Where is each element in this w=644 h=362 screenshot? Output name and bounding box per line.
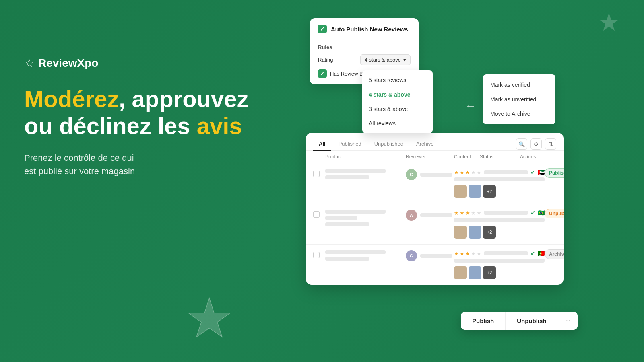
avatar-3: G <box>406 250 417 261</box>
dropdown-item-4stars[interactable]: 4 stars & above <box>362 87 433 102</box>
tab-published[interactable]: Published <box>333 138 367 151</box>
tab-archive[interactable]: Archive <box>411 138 439 151</box>
publish-button[interactable]: Publish <box>461 312 506 330</box>
star-1: ★ <box>454 210 459 216</box>
star-rating-2: ★ ★ ★ ★ ★ <box>454 210 481 216</box>
sort-icon[interactable]: ⇅ <box>545 138 556 150</box>
logo-icon: ☆ <box>24 56 34 70</box>
status-badge-1[interactable]: Publish <box>545 168 564 178</box>
verified-icon-2: ✔ <box>530 210 535 216</box>
product-cell-1 <box>325 169 406 179</box>
tab-actions: 🔍 ⚙ ⇅ <box>516 138 556 150</box>
col-content: Content <box>454 154 480 160</box>
content-text-skeleton <box>454 218 545 222</box>
context-mark-unverified[interactable]: Mark as unverified <box>483 92 555 107</box>
unpublish-button[interactable]: Unpublish <box>506 312 558 330</box>
rating-dropdown: 5 stars reviews 4 stars & above 3 stars … <box>362 70 433 133</box>
star-4: ★ <box>471 251 476 257</box>
has-review-checkbox[interactable] <box>318 69 327 78</box>
stars-row-3: ★ ★ ★ ★ ★ ✔ 🇵🇹 <box>454 250 545 257</box>
auto-publish-header: Auto Publish New Reviews <box>318 25 411 33</box>
star-2: ★ <box>460 169 464 175</box>
tabs-bar: All Published Unpublished Archive 🔍 ⚙ ⇅ <box>306 133 564 151</box>
auto-publish-title: Auto Publish New Reviews <box>331 26 408 33</box>
star-3: ★ <box>465 251 470 257</box>
star-3: ★ <box>465 169 470 175</box>
arrow-to-context: ← <box>465 100 476 113</box>
reviewer-skeleton <box>420 254 452 258</box>
status-cell-3: Archived <box>545 250 564 257</box>
auto-publish-checkbox[interactable] <box>318 25 327 33</box>
rating-row: Rating 4 stars & above ▾ <box>318 54 411 65</box>
product-cell-3 <box>325 250 406 261</box>
reviewer-cell-1: C <box>406 169 454 180</box>
tab-all[interactable]: All <box>313 138 331 151</box>
deco-star-bottom-left <box>185 296 233 346</box>
context-move-archive[interactable]: Move to Archive <box>483 107 555 121</box>
img-thumb-1 <box>454 185 467 198</box>
content-skeleton <box>484 170 528 174</box>
img-thumb-6 <box>469 266 481 279</box>
headline: Modérez, approuvez ou déclinez les avis <box>24 86 258 139</box>
col-product: Product <box>325 154 406 160</box>
content-cell-3: ★ ★ ★ ★ ★ ✔ 🇵🇹 +2 <box>454 250 545 279</box>
product-skeleton <box>325 250 386 254</box>
table-row: C ★ ★ ★ ★ ★ ✔ 🇦🇪 <box>306 163 564 204</box>
flag-3: 🇵🇹 <box>538 250 545 257</box>
bottom-action-bar: Publish Unpublish ··· <box>461 312 578 330</box>
context-menu: Mark as verified Mark as unverified Move… <box>483 74 555 124</box>
star-2: ★ <box>460 251 464 257</box>
images-row-2: +2 <box>454 226 545 239</box>
status-badge-2[interactable]: Unpublish <box>545 209 564 218</box>
stars-row-1: ★ ★ ★ ★ ★ ✔ 🇦🇪 <box>454 169 545 175</box>
context-mark-verified[interactable]: Mark as verified <box>483 78 555 92</box>
table-row: G ★ ★ ★ ★ ★ ✔ 🇵🇹 <box>306 245 564 285</box>
dropdown-item-3stars[interactable]: 3 stars & above <box>362 102 433 116</box>
img-thumb-5 <box>454 266 467 279</box>
images-row-3: +2 <box>454 266 545 279</box>
row-checkbox-3[interactable] <box>313 252 320 258</box>
more-actions-button[interactable]: ··· <box>558 312 578 330</box>
stars-row-2: ★ ★ ★ ★ ★ ✔ 🇧🇷 <box>454 210 545 216</box>
star-4: ★ <box>471 210 476 216</box>
product-skeleton <box>325 257 369 261</box>
row-checkbox-1[interactable] <box>313 171 320 177</box>
img-thumb-4 <box>469 226 481 239</box>
headline-déclinez: déclinez <box>59 113 151 139</box>
chevron-down-icon: ▾ <box>403 57 406 63</box>
img-count-3: +2 <box>483 266 496 279</box>
tab-unpublished[interactable]: Unpublished <box>369 138 409 151</box>
flag-2: 🇧🇷 <box>538 210 545 216</box>
content-skeleton <box>484 251 528 255</box>
rating-label: Rating <box>318 57 333 63</box>
reviews-panel: All Published Unpublished Archive 🔍 ⚙ ⇅ … <box>306 133 564 285</box>
product-skeleton <box>325 216 357 220</box>
deco-star-top-right: ★ <box>598 8 620 36</box>
svg-marker-0 <box>188 298 230 337</box>
headline-les: les <box>151 113 197 139</box>
star-1: ★ <box>454 251 459 257</box>
product-skeleton <box>325 175 369 179</box>
search-icon[interactable]: 🔍 <box>516 138 527 150</box>
col-actions: Actions <box>520 154 556 160</box>
content-text-skeleton <box>454 259 545 263</box>
subtext-line2: est publié sur votre magasin <box>24 166 135 176</box>
row-checkbox-2[interactable] <box>313 211 320 218</box>
content-text-skeleton <box>454 177 545 181</box>
logo: ☆ ReviewXpo <box>24 56 258 70</box>
product-skeleton <box>325 210 386 214</box>
headline-ou: ou <box>24 113 59 139</box>
avatar-2: A <box>406 210 417 221</box>
col-checkbox <box>313 154 325 160</box>
dropdown-item-5stars[interactable]: 5 stars reviews <box>362 73 433 87</box>
table-header: Product Reviewer Content Status Actions <box>306 151 564 163</box>
filter-icon[interactable]: ⚙ <box>530 138 542 150</box>
dropdown-item-all[interactable]: All reviews <box>362 116 433 131</box>
reviewer-cell-2: A <box>406 210 454 221</box>
rating-select[interactable]: 4 stars & above ▾ <box>360 54 411 65</box>
verified-icon-1: ✔ <box>530 169 535 175</box>
content-cell-1: ★ ★ ★ ★ ★ ✔ 🇦🇪 +2 <box>454 169 545 198</box>
status-badge-3[interactable]: Archived <box>545 249 564 259</box>
brand-name: ReviewXpo <box>38 57 98 70</box>
star-5: ★ <box>477 210 481 216</box>
